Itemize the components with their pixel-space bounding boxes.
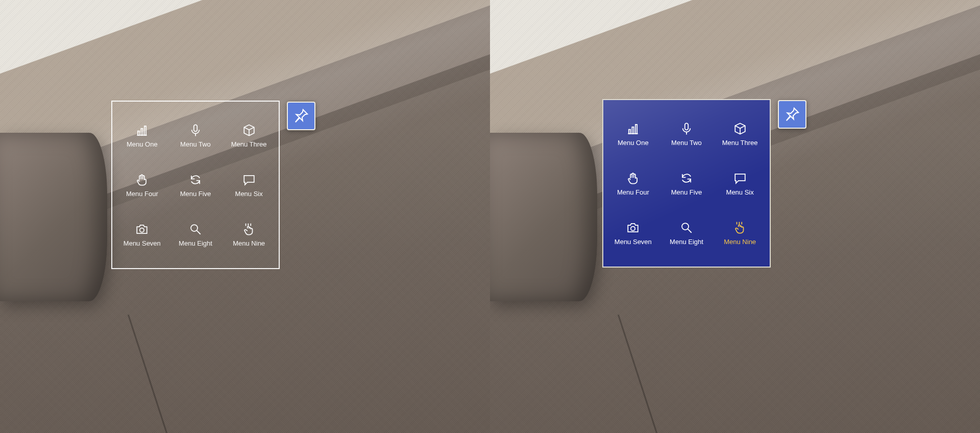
menu-label: Menu Nine — [724, 238, 756, 246]
menu-label: Menu Nine — [233, 240, 265, 247]
menu-label: Menu Five — [671, 189, 702, 196]
menu-item-three[interactable]: Menu Three — [222, 111, 276, 160]
refresh-icon — [187, 172, 204, 187]
menu-label: Menu Four — [126, 190, 158, 198]
menu-item-three[interactable]: Menu Three — [713, 109, 767, 159]
menu-item-five[interactable]: Menu Five — [660, 159, 714, 208]
menu-label: Menu Seven — [124, 240, 161, 247]
camera-icon — [624, 220, 642, 235]
menu-label: Menu Six — [726, 189, 754, 196]
menu-item-two[interactable]: Menu Two — [169, 111, 223, 160]
search-icon — [678, 220, 695, 235]
hand-icon — [133, 172, 151, 187]
menu-label: Menu Eight — [670, 238, 703, 246]
menu-item-nine[interactable]: Menu Nine — [222, 209, 276, 259]
menu-label: Menu Five — [180, 190, 211, 198]
bar-chart-icon — [624, 121, 642, 136]
menu-item-eight[interactable]: Menu Eight — [660, 208, 714, 257]
pillow — [0, 133, 107, 301]
menu-item-one[interactable]: Menu One — [115, 111, 169, 160]
refresh-icon — [678, 171, 695, 186]
menu-item-two[interactable]: Menu Two — [660, 109, 714, 159]
menu-item-six[interactable]: Menu Six — [222, 160, 276, 210]
comparison-scene: Menu One Menu Two Menu Three Menu Four M… — [0, 0, 980, 433]
menu-label: Menu One — [618, 139, 649, 147]
touch-icon — [731, 220, 749, 235]
menu-item-seven[interactable]: Menu Seven — [606, 208, 660, 257]
menu-grid: Menu One Menu Two Menu Three Menu Four M… — [602, 99, 771, 268]
hand-menu-panel-right: Menu One Menu Two Menu Three Menu Four M… — [602, 99, 771, 268]
menu-item-four[interactable]: Menu Four — [606, 159, 660, 208]
right-view: Menu One Menu Two Menu Three Menu Four M… — [490, 0, 980, 433]
menu-item-eight[interactable]: Menu Eight — [169, 209, 223, 259]
hand-menu-panel-left: Menu One Menu Two Menu Three Menu Four M… — [111, 101, 280, 269]
menu-label: Menu Two — [671, 139, 702, 147]
menu-item-four[interactable]: Menu Four — [115, 160, 169, 210]
menu-label: Menu Six — [235, 190, 263, 198]
menu-label: Menu Three — [722, 139, 758, 147]
left-view: Menu One Menu Two Menu Three Menu Four M… — [0, 0, 490, 433]
menu-label: Menu Seven — [615, 238, 652, 246]
cube-icon — [731, 121, 749, 136]
menu-label: Menu One — [127, 141, 158, 148]
search-icon — [187, 222, 204, 237]
menu-grid: Menu One Menu Two Menu Three Menu Four M… — [111, 101, 280, 269]
microphone-icon — [187, 123, 204, 138]
menu-item-five[interactable]: Menu Five — [169, 160, 223, 210]
menu-item-six[interactable]: Menu Six — [713, 159, 767, 208]
menu-item-seven[interactable]: Menu Seven — [115, 209, 169, 259]
camera-icon — [133, 222, 151, 237]
cube-icon — [240, 123, 258, 138]
pillow — [490, 133, 597, 301]
menu-label: Menu Two — [180, 141, 211, 148]
menu-label: Menu Four — [617, 189, 649, 196]
microphone-icon — [678, 121, 695, 136]
menu-label: Menu Three — [231, 141, 267, 148]
pin-button[interactable] — [287, 102, 315, 130]
menu-label: Menu Eight — [179, 240, 212, 247]
pin-button[interactable] — [778, 100, 806, 129]
menu-item-nine[interactable]: Menu Nine — [713, 208, 767, 257]
touch-icon — [240, 222, 258, 237]
chat-icon — [240, 172, 258, 187]
chat-icon — [731, 171, 749, 186]
menu-item-one[interactable]: Menu One — [606, 109, 660, 159]
bar-chart-icon — [133, 123, 151, 138]
pin-icon — [785, 107, 800, 122]
pin-icon — [293, 108, 309, 124]
hand-icon — [624, 171, 642, 186]
